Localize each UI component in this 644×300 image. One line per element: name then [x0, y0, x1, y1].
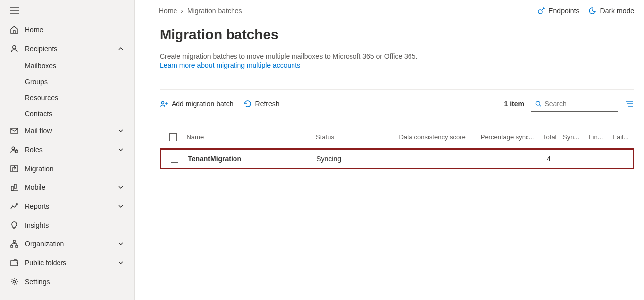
svg-rect-19 [11, 261, 18, 266]
sidebar-item-mobile[interactable]: Mobile [0, 178, 134, 197]
col-syn[interactable]: Syn... [563, 133, 589, 141]
row-name: TenantMigration [188, 155, 316, 163]
top-actions: Endpoints Dark mode [537, 7, 634, 15]
sidebar-item-label: Recipients [25, 45, 117, 53]
chevron-right-icon: › [181, 7, 183, 15]
select-all-checkbox[interactable] [169, 133, 177, 141]
organization-icon [10, 240, 19, 248]
home-icon [10, 25, 19, 34]
folder-icon [10, 258, 19, 267]
person-icon [10, 44, 19, 53]
reports-icon [10, 202, 19, 211]
svg-point-25 [162, 101, 164, 104]
svg-point-5 [12, 147, 15, 150]
migration-table: Name Status Data consistency score Perce… [160, 129, 634, 169]
row-status: Syncing [316, 155, 399, 163]
sidebar-sub-resources[interactable]: Resources [0, 90, 134, 106]
sidebar-item-label: Insights [25, 221, 124, 229]
moon-icon [589, 7, 597, 15]
sidebar-item-label: Organization [25, 240, 117, 248]
svg-rect-14 [16, 245, 18, 247]
chevron-down-icon [117, 127, 124, 134]
sidebar-item-label: Home [25, 26, 124, 34]
sidebar: Home Recipients Mailboxes Groups Resourc… [0, 0, 135, 300]
sidebar-item-label: Reports [25, 202, 117, 210]
sidebar-item-label: Mobile [25, 183, 117, 191]
sidebar-sub-mailboxes[interactable]: Mailboxes [0, 58, 134, 74]
chevron-down-icon [117, 146, 124, 153]
svg-point-3 [13, 46, 16, 49]
chevron-down-icon [117, 259, 124, 266]
sidebar-item-home[interactable]: Home [0, 20, 134, 39]
nav-sub-recipients: Mailboxes Groups Resources Contacts [0, 58, 134, 121]
learn-more-link[interactable]: Learn more about migrating multiple acco… [160, 61, 634, 69]
search-box[interactable] [531, 96, 618, 112]
col-name[interactable]: Name [186, 133, 316, 141]
chevron-down-icon [117, 184, 124, 191]
sidebar-item-public-folders[interactable]: Public folders [0, 253, 134, 272]
col-fin[interactable]: Fin... [589, 133, 613, 141]
col-status[interactable]: Status [316, 133, 399, 141]
sidebar-item-label: Mail flow [25, 127, 117, 135]
breadcrumb: Home › Migration batches [159, 7, 242, 15]
app-root: Home Recipients Mailboxes Groups Resourc… [0, 0, 644, 300]
svg-point-28 [536, 101, 540, 105]
col-total[interactable]: Total [537, 133, 563, 141]
hamburger-button[interactable] [0, 0, 134, 20]
refresh-label: Refresh [255, 100, 280, 108]
sidebar-item-migration[interactable]: Migration [0, 159, 134, 178]
endpoints-button[interactable]: Endpoints [537, 7, 579, 15]
filter-icon[interactable] [625, 99, 634, 108]
bulb-icon [10, 221, 19, 230]
row-total: 4 [536, 155, 562, 163]
sidebar-item-organization[interactable]: Organization [0, 235, 134, 253]
svg-rect-8 [11, 186, 13, 190]
dark-mode-button[interactable]: Dark mode [589, 7, 634, 15]
chevron-up-icon [117, 45, 124, 52]
sidebar-item-label: Public folders [25, 259, 117, 267]
svg-rect-9 [14, 184, 16, 188]
sidebar-item-settings[interactable]: Settings [0, 272, 134, 291]
gear-icon [10, 277, 19, 286]
endpoints-icon [537, 7, 545, 15]
svg-point-20 [13, 281, 16, 283]
main-content: Home › Migration batches Endpoints Dark … [135, 0, 644, 300]
col-dcs[interactable]: Data consistency score [399, 133, 480, 141]
item-count: 1 item [504, 100, 524, 108]
sidebar-sub-groups[interactable]: Groups [0, 74, 134, 90]
nav-list: Home Recipients Mailboxes Groups Resourc… [0, 20, 134, 291]
sidebar-item-label: Settings [25, 278, 124, 286]
topbar: Home › Migration batches Endpoints Dark … [159, 7, 634, 15]
sidebar-item-label: Migration [25, 165, 124, 173]
toolbar: Add migration batch Refresh 1 item [160, 89, 634, 118]
sidebar-item-recipients[interactable]: Recipients [0, 39, 134, 58]
sidebar-item-insights[interactable]: Insights [0, 216, 134, 235]
migration-icon [10, 164, 19, 173]
breadcrumb-current: Migration batches [187, 7, 242, 15]
col-psync[interactable]: Percentage sync... [481, 133, 537, 141]
add-migration-batch-button[interactable]: Add migration batch [160, 99, 234, 108]
svg-point-21 [538, 10, 542, 14]
sidebar-sub-contacts[interactable]: Contacts [0, 106, 134, 121]
sidebar-item-label: Roles [25, 146, 117, 154]
chevron-down-icon [117, 203, 124, 210]
svg-rect-12 [13, 240, 15, 242]
page-title: Migration batches [160, 27, 634, 43]
sidebar-item-mail-flow[interactable]: Mail flow [0, 121, 134, 140]
mail-icon [10, 126, 19, 135]
search-icon [535, 100, 541, 107]
mobile-icon [10, 183, 19, 192]
add-label: Add migration batch [172, 100, 234, 108]
col-fail[interactable]: Fail... [613, 133, 634, 141]
table-header: Name Status Data consistency score Perce… [160, 129, 634, 148]
search-input[interactable] [544, 100, 614, 108]
chevron-down-icon [117, 240, 124, 247]
page-description: Create migration batches to move multipl… [160, 52, 634, 61]
breadcrumb-home[interactable]: Home [159, 7, 177, 15]
dark-mode-label: Dark mode [600, 7, 634, 15]
sidebar-item-roles[interactable]: Roles [0, 140, 134, 159]
table-row[interactable]: TenantMigration Syncing 4 [160, 148, 634, 169]
refresh-button[interactable]: Refresh [243, 99, 280, 108]
row-checkbox[interactable] [171, 155, 178, 163]
sidebar-item-reports[interactable]: Reports [0, 197, 134, 216]
